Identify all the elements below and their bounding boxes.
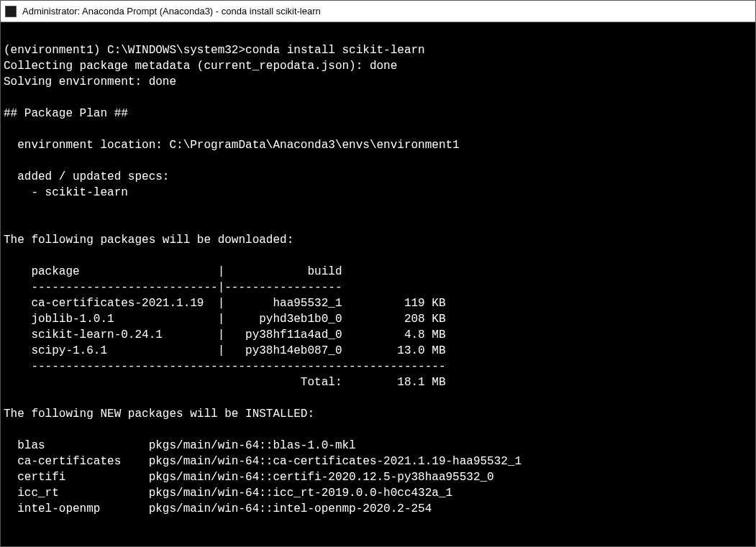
package-plan-header: ## Package Plan ##: [4, 107, 128, 120]
downloads-header: The following packages will be downloade…: [4, 234, 293, 247]
prompt-env: (environment1): [4, 44, 107, 57]
prompt-path: C:\WINDOWS\system32>: [107, 44, 245, 57]
install-header: The following NEW packages will be INSTA…: [4, 408, 314, 420]
install-row: blas pkgs/main/win-64::blas-1.0-mkl: [4, 439, 356, 452]
install-row: ca-certificates pkgs/main/win-64::ca-cer…: [4, 455, 522, 468]
install-row: certifi pkgs/main/win-64::certifi-2020.1…: [4, 471, 494, 484]
output-line: Collecting package metadata (current_rep…: [4, 60, 397, 73]
window-title: Administrator: Anaconda Prompt (Anaconda…: [22, 6, 321, 17]
output-line: Solving environment: done: [4, 75, 176, 88]
download-table-header: package | build: [4, 265, 342, 278]
download-total: Total: 18.1 MB: [4, 376, 446, 389]
command-text: conda install scikit-learn: [245, 44, 425, 57]
terminal-output[interactable]: (environment1) C:\WINDOWS\system32>conda…: [1, 22, 755, 546]
download-row: scipy-1.6.1 | py38h14eb087_0 13.0 MB: [4, 344, 446, 357]
download-row: ca-certificates-2021.1.19 | haa95532_1 1…: [4, 297, 446, 310]
download-table-divider: ---------------------------|------------…: [4, 281, 342, 294]
terminal-icon: [5, 6, 17, 17]
download-table-divider: ----------------------------------------…: [4, 360, 446, 373]
download-row: joblib-1.0.1 | pyhd3eb1b0_0 208 KB: [4, 313, 446, 326]
titlebar[interactable]: Administrator: Anaconda Prompt (Anaconda…: [1, 1, 755, 22]
added-specs-item: - scikit-learn: [4, 186, 128, 199]
environment-location: environment location: C:\ProgramData\Ana…: [4, 139, 460, 152]
window: Administrator: Anaconda Prompt (Anaconda…: [0, 0, 756, 547]
added-specs-header: added / updated specs:: [4, 170, 169, 183]
download-row: scikit-learn-0.24.1 | py38hf11a4ad_0 4.8…: [4, 328, 446, 341]
install-row: icc_rt pkgs/main/win-64::icc_rt-2019.0.0…: [4, 487, 452, 500]
install-row: intel-openmp pkgs/main/win-64::intel-ope…: [4, 502, 432, 515]
